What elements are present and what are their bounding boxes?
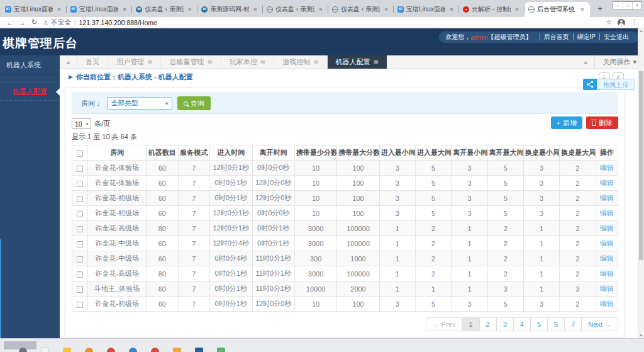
header-link[interactable]: 绑定IP [573, 33, 599, 40]
browser-tab[interactable]: 后台管理系统 × [525, 2, 590, 17]
tab-close-icon[interactable]: × [448, 6, 455, 13]
search-button[interactable]: 查询 [177, 96, 211, 110]
taskbar-icon[interactable] [85, 348, 93, 352]
row-checkbox[interactable] [77, 256, 83, 263]
pagination-page[interactable]: 1 [462, 317, 479, 331]
header-link[interactable]: 安全退出 [599, 33, 633, 40]
room-type-select[interactable]: 全部类型 ▾ [107, 97, 172, 110]
tab-close-icon[interactable]: × [382, 6, 390, 13]
pagination-next[interactable]: Next → [581, 317, 618, 331]
tab-close-icon[interactable]: × [186, 6, 194, 13]
page-tab-close-icon[interactable]: ⊗ [147, 59, 152, 65]
minimize-button[interactable]: – [613, 2, 623, 9]
edit-link[interactable]: 编辑 [600, 209, 614, 217]
page-tab-close-icon[interactable]: ⊗ [207, 59, 212, 65]
scrollbar-up-icon[interactable]: ▲ [638, 29, 644, 33]
pagination-page[interactable]: 6 [547, 317, 565, 331]
close-operations-dropdown[interactable]: 关闭操作 ▾ [594, 55, 644, 69]
browser-tab[interactable]: 亲测源码网-精品资源 × [197, 2, 263, 17]
tab-close-icon[interactable]: × [55, 6, 63, 13]
edit-link[interactable]: 编辑 [600, 224, 614, 232]
new-tab-button[interactable]: + [592, 3, 608, 15]
taskbar-icon[interactable] [195, 348, 203, 352]
page-size-select[interactable]: 10 ▾ [72, 118, 91, 129]
edit-link[interactable]: 编辑 [600, 254, 614, 262]
sidebar-item-label[interactable]: 机器人配置 [13, 88, 47, 95]
row-checkbox[interactable] [77, 211, 83, 217]
tab-close-icon[interactable]: × [121, 6, 128, 13]
address-bar[interactable]: ⚠ 不安全 | 121.37.140.200:888/Home [43, 18, 600, 27]
edit-link[interactable]: 编辑 [600, 194, 614, 202]
select-all-checkbox[interactable] [77, 150, 83, 157]
edit-link[interactable]: 编辑 [600, 270, 614, 277]
page-tab-close-icon[interactable]: ⊗ [374, 59, 379, 65]
pagination-page[interactable]: 5 [530, 317, 548, 331]
pagination-page[interactable]: 4 [513, 317, 531, 331]
drag-upload-badge[interactable]: 拖拽上传 [583, 79, 635, 90]
edit-link[interactable]: 编辑 [600, 300, 614, 307]
cell-leave-min-interval: 3 [452, 161, 487, 176]
tabs-scroll-right-icon[interactable]: » [577, 55, 594, 69]
refresh-icon[interactable]: ↻ [31, 18, 37, 26]
tabs-scroll-left-icon[interactable]: « [60, 55, 77, 69]
page-tab[interactable]: 玩家单控 ⊗ [221, 55, 274, 69]
page-tab[interactable]: 首页 ⊗ [77, 55, 108, 69]
back-icon[interactable]: ← [6, 19, 13, 26]
scrollbar-thumb[interactable] [639, 71, 643, 260]
pagination-page[interactable]: 3 [496, 317, 514, 331]
tab-close-icon[interactable]: × [317, 6, 325, 13]
taskbar-icon[interactable] [151, 348, 159, 352]
browser-tab[interactable]: 仪表盘 ‹ 亲测源码网 — × [263, 2, 328, 17]
edit-link[interactable]: 编辑 [600, 164, 614, 171]
page-tab[interactable]: 总输赢管理 ⊗ [161, 55, 221, 69]
page-tab[interactable]: 用户管理 ⊗ [108, 55, 161, 69]
sidebar-section-robot-system[interactable]: 机器人系统 [0, 55, 60, 75]
taskbar-icon[interactable] [129, 348, 137, 352]
folder-icon[interactable] [63, 348, 71, 352]
row-checkbox[interactable] [77, 196, 83, 202]
pagination-page[interactable]: 2 [479, 317, 497, 331]
page-tab[interactable]: 机器人配置 ⊗ [328, 55, 387, 69]
browser-tab[interactable]: 仪表盘 ‹ 亲测源码网 — × [328, 2, 394, 17]
row-checkbox[interactable] [77, 302, 83, 308]
edit-link[interactable]: 编辑 [600, 239, 614, 247]
forward-icon[interactable]: → [19, 19, 26, 26]
row-checkbox[interactable] [77, 181, 83, 187]
tab-close-icon[interactable]: × [513, 6, 521, 13]
taskbar-icon[interactable] [107, 348, 115, 352]
pagination-prev[interactable]: ← Prev [426, 317, 463, 331]
taskbar-icon[interactable] [41, 348, 49, 352]
pagination-page[interactable]: 7 [564, 317, 582, 331]
tab-close-icon[interactable]: × [579, 6, 586, 13]
header-link[interactable]: 后台首页 [540, 33, 573, 40]
browser-menu-icon[interactable]: ⋮ [631, 18, 638, 26]
close-button[interactable]: × [632, 2, 641, 9]
page-tab-close-icon[interactable]: ⊗ [313, 59, 318, 65]
browser-tab[interactable]: 云解析 - 控制台 × [459, 2, 525, 17]
row-checkbox[interactable] [77, 241, 83, 247]
sidebar-item-robot-config[interactable]: 机器人配置 [0, 82, 60, 101]
edit-link[interactable]: 编辑 [600, 179, 614, 186]
tab-close-icon[interactable]: × [252, 6, 259, 13]
bookmark-star-icon[interactable]: ☆ [606, 18, 612, 26]
folder-icon[interactable] [173, 348, 181, 352]
image-icon[interactable] [217, 348, 225, 352]
row-checkbox[interactable] [77, 166, 83, 172]
row-checkbox[interactable] [77, 287, 83, 293]
add-button[interactable]: + 新增 [551, 116, 582, 129]
delete-button[interactable]: 删除 [586, 116, 618, 129]
page-tab-close-icon[interactable]: ⊗ [260, 59, 265, 65]
browser-tab[interactable]: 宝塔Linux面板 × [1, 2, 67, 17]
page-tab[interactable]: 游戏控制 ⊗ [274, 55, 327, 69]
edit-link[interactable]: 编辑 [600, 285, 614, 292]
browser-tab[interactable]: 仪表盘 ‹ 亲测源码网 — × [132, 2, 197, 17]
browser-tab[interactable]: 宝塔Linux面板 × [394, 2, 459, 17]
profile-avatar[interactable] [618, 19, 625, 26]
row-checkbox[interactable] [77, 226, 83, 232]
scrollbar-down-icon[interactable]: ▼ [638, 334, 644, 338]
taskbar-icon[interactable] [19, 348, 27, 352]
cell-enter-time: 0时0分1秒 [210, 176, 252, 191]
row-checkbox[interactable] [77, 271, 83, 278]
browser-tab[interactable]: 宝塔Linux面板 × [67, 2, 132, 17]
maximize-button[interactable]: □ [623, 2, 632, 9]
